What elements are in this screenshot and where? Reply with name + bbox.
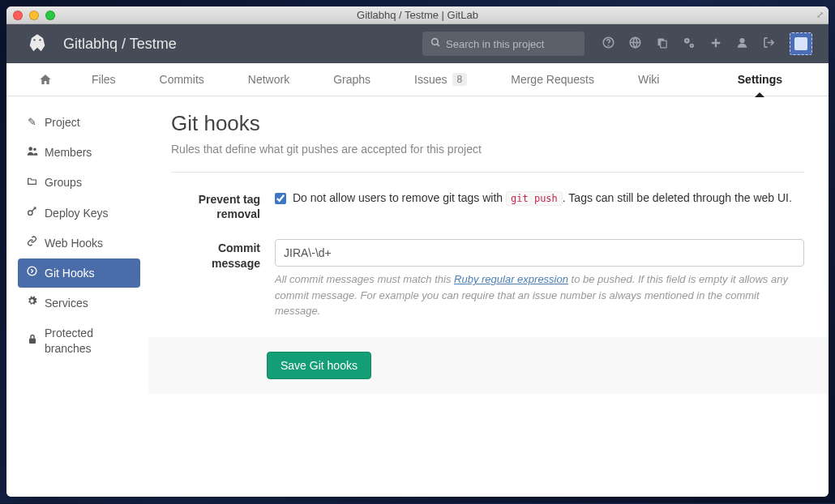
link-icon xyxy=(26,236,38,250)
globe-icon[interactable] xyxy=(629,36,641,51)
svg-point-18 xyxy=(28,267,36,275)
minimize-window-button[interactable] xyxy=(29,11,39,20)
svg-point-0 xyxy=(432,39,439,45)
prevent-tag-checkbox[interactable] xyxy=(275,193,286,204)
divider xyxy=(171,172,804,173)
user-icon[interactable] xyxy=(736,36,748,51)
folder-icon xyxy=(26,176,38,190)
svg-point-19 xyxy=(31,301,32,302)
edit-icon: ✎ xyxy=(26,116,38,130)
commit-message-input[interactable] xyxy=(275,239,804,267)
titlebar: Gitlabhq / Testme | GitLab ⤢ xyxy=(6,6,829,24)
nav-graphs[interactable]: Graphs xyxy=(311,63,392,96)
nav-files[interactable]: Files xyxy=(70,63,138,96)
sidebar-members[interactable]: Members xyxy=(18,138,140,167)
nav-merge-requests[interactable]: Merge Requests xyxy=(489,63,616,96)
nav-commits[interactable]: Commits xyxy=(138,63,226,96)
prevent-tag-row: Prevent tag removal Do not allow users t… xyxy=(171,190,804,221)
nav-settings[interactable]: Settings xyxy=(716,63,804,96)
expand-icon[interactable]: ⤢ xyxy=(816,10,824,20)
svg-point-10 xyxy=(692,45,693,46)
page-title: Git hooks xyxy=(171,111,804,136)
gitlab-logo[interactable] xyxy=(23,29,52,58)
main: ✎ Project Members Groups Deploy Keys Web… xyxy=(6,96,829,497)
ruby-regex-link[interactable]: Ruby regular expression xyxy=(454,273,568,285)
svg-point-15 xyxy=(28,147,32,151)
nav-network[interactable]: Network xyxy=(226,63,311,96)
project-nav: Files Commits Network Graphs Issues8 Mer… xyxy=(6,63,829,96)
lock-icon xyxy=(26,334,38,348)
prevent-tag-label: Prevent tag removal xyxy=(171,190,275,221)
sidebar-web-hooks[interactable]: Web Hooks xyxy=(18,229,140,258)
svg-rect-6 xyxy=(661,41,667,48)
search-box[interactable] xyxy=(422,32,584,56)
nav-wiki[interactable]: Wiki xyxy=(616,63,681,96)
copy-icon[interactable] xyxy=(656,36,668,51)
key-icon xyxy=(26,206,38,220)
svg-point-8 xyxy=(686,40,687,41)
content: Git hooks Rules that define what git pus… xyxy=(148,96,829,497)
gear-icon xyxy=(26,296,38,310)
prevent-tag-checkbox-label[interactable]: Do not allow users to remove git tags wi… xyxy=(275,190,804,207)
gears-icon[interactable] xyxy=(683,36,696,52)
zoom-window-button[interactable] xyxy=(45,11,55,20)
logout-icon[interactable] xyxy=(763,36,775,51)
save-git-hooks-button[interactable]: Save Git hooks xyxy=(267,352,371,379)
sidebar-git-hooks[interactable]: Git Hooks xyxy=(18,258,140,288)
breadcrumb[interactable]: Gitlabhq / Testme xyxy=(63,36,177,53)
plus-icon[interactable] xyxy=(710,37,722,51)
issues-count-badge: 8 xyxy=(452,73,468,86)
users-icon xyxy=(26,146,38,160)
sidebar-protected-branches[interactable]: Protected branches xyxy=(18,318,140,362)
commit-message-label: Commit message xyxy=(171,239,275,319)
search-icon xyxy=(430,37,441,50)
sidebar-deploy-keys[interactable]: Deploy Keys xyxy=(18,199,140,228)
app-window: Gitlabhq / Testme | GitLab ⤢ Gitlabhq / … xyxy=(6,6,829,497)
window-controls xyxy=(13,11,55,20)
nav-issues[interactable]: Issues8 xyxy=(392,63,489,96)
search-input[interactable] xyxy=(446,38,576,50)
commit-message-row: Commit message All commit messages must … xyxy=(171,239,804,319)
close-window-button[interactable] xyxy=(13,11,23,20)
window-title: Gitlabhq / Testme | GitLab xyxy=(13,9,822,21)
svg-point-13 xyxy=(739,38,744,43)
sidebar-groups[interactable]: Groups xyxy=(18,168,140,197)
svg-point-16 xyxy=(33,147,36,151)
svg-point-3 xyxy=(608,45,609,46)
nav-home[interactable] xyxy=(31,63,70,96)
git-push-code: git push xyxy=(506,191,563,206)
sidebar-services[interactable]: Services xyxy=(18,288,140,318)
topbar-actions xyxy=(602,32,812,55)
form-actions: Save Git hooks xyxy=(148,337,829,394)
page-subtitle: Rules that define what git pushes are ac… xyxy=(171,143,804,156)
svg-rect-20 xyxy=(29,338,36,344)
prevent-tag-description: Do not allow users to remove git tags wi… xyxy=(293,190,792,207)
topbar: Gitlabhq / Testme xyxy=(6,24,829,63)
arrow-right-icon xyxy=(26,266,38,280)
sidebar-project[interactable]: ✎ Project xyxy=(18,108,140,137)
commit-message-help: All commit messages must match this Ruby… xyxy=(275,271,804,319)
svg-line-1 xyxy=(437,44,439,46)
avatar[interactable] xyxy=(790,32,812,55)
help-icon[interactable] xyxy=(602,36,614,51)
sidebar: ✎ Project Members Groups Deploy Keys Web… xyxy=(6,96,148,497)
